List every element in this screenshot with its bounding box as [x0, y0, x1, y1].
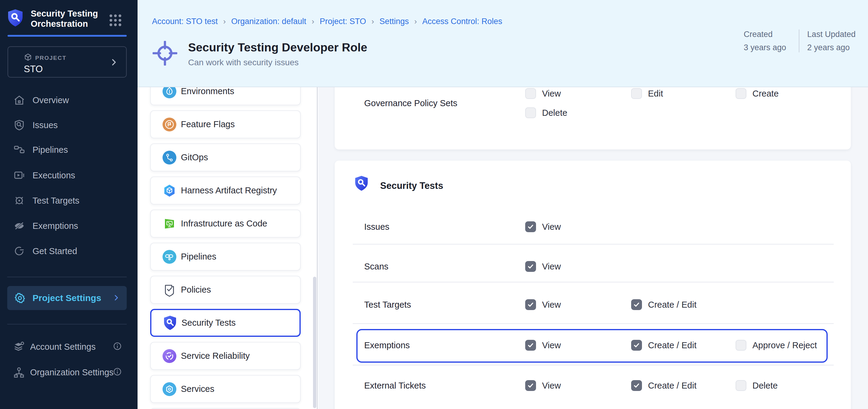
checkbox-governance-create[interactable]	[736, 88, 746, 99]
resource-list: Environments Feature Flags GitOps	[137, 87, 317, 409]
permission-row-label: Test Targets	[364, 300, 411, 310]
resource-label: Feature Flags	[181, 120, 235, 129]
sidebar-item-exemptions[interactable]: Exemptions	[0, 216, 137, 236]
breadcrumb-link[interactable]: Project: STO	[320, 17, 366, 26]
security-tests-card-header: Security Tests	[335, 174, 851, 198]
checkbox-label: View	[542, 300, 561, 310]
sidebar-item-issues[interactable]: Issues	[0, 115, 137, 135]
sidebar-item-test-targets[interactable]: Test Targets	[0, 191, 137, 210]
resource-card-services[interactable]: Services	[150, 375, 301, 403]
resource-card-feature-flags[interactable]: Feature Flags	[150, 110, 301, 138]
permission-row-external-tickets: External Tickets View Create / Edit	[335, 374, 851, 398]
resource-card-security-tests[interactable]: Security Tests	[150, 309, 301, 337]
resource-label: GitOps	[181, 152, 208, 162]
executions-icon	[13, 169, 25, 181]
sidebar-divider	[7, 277, 127, 277]
breadcrumb-separator: ›	[414, 17, 417, 26]
resource-card-infrastructure-as-code[interactable]: Infrastructure as Code	[150, 210, 301, 238]
checkbox-governance-view[interactable]	[525, 88, 536, 99]
sidebar-item-label: Project Settings	[32, 293, 101, 303]
services-icon	[162, 382, 177, 396]
info-icon[interactable]	[113, 342, 122, 351]
eye-off-icon	[13, 220, 25, 232]
environments-icon	[162, 87, 177, 99]
breadcrumb: Account: STO test › Organization: defaul…	[152, 17, 502, 26]
breadcrumb-separator: ›	[223, 17, 226, 26]
resource-card-environments[interactable]: Environments	[150, 87, 301, 105]
checkbox-governance-delete[interactable]	[525, 107, 536, 118]
project-selector[interactable]: PROJECT STO	[7, 46, 127, 77]
row-divider	[353, 282, 834, 282]
checkbox-label: View	[542, 89, 561, 99]
sidebar-item-project-settings[interactable]: Project Settings	[7, 286, 127, 310]
breadcrumb-link[interactable]: Account: STO test	[152, 17, 218, 26]
sidebar-item-label: Organization Settings	[30, 368, 114, 377]
chevron-right-icon	[112, 293, 120, 302]
sidebar-item-organization-settings[interactable]: Organization Settings	[0, 363, 137, 382]
checkbox-external-tickets-create-edit[interactable]	[631, 380, 642, 391]
permission-row-scans: Scans View	[335, 254, 851, 278]
app-window: Security Testing Orchestration PROJECT S…	[0, 0, 868, 409]
sidebar-item-label: Pipelines	[32, 145, 68, 155]
resource-card-pipelines[interactable]: Pipelines	[150, 243, 301, 271]
resource-label: Service Reliability	[181, 351, 250, 361]
security-tests-card: Security Tests Issues View Scans	[335, 161, 851, 409]
breadcrumb-link[interactable]: Organization: default	[231, 17, 306, 26]
app-grid-icon[interactable]	[110, 14, 121, 26]
checkbox-external-tickets-view[interactable]	[525, 380, 536, 391]
security-tests-shield-icon	[354, 176, 368, 191]
resource-card-harness-artifact-registry[interactable]: Harness Artifact Registry	[150, 176, 301, 205]
permission-row-issues: Issues View	[335, 215, 851, 239]
artifact-registry-icon	[162, 183, 177, 198]
updated-label: Last Updated	[807, 28, 856, 41]
checkbox-label: Create / Edit	[648, 300, 696, 310]
app-logo[interactable]: Security Testing Orchestration	[7, 8, 127, 29]
exemptions-highlight-box	[356, 329, 828, 363]
sidebar-item-label: Executions	[32, 171, 75, 180]
resource-list-scrollbar[interactable]	[313, 277, 316, 408]
created-value: 3 years ago	[744, 41, 786, 54]
checkbox-label: View	[542, 262, 561, 272]
checkbox-test-targets-create-edit[interactable]	[631, 299, 642, 310]
permission-row-label: Issues	[364, 222, 390, 232]
get-started-icon	[13, 245, 25, 257]
governance-policy-sets-card: Governance Policy Sets View Edit	[335, 87, 851, 149]
sidebar-item-account-settings[interactable]: Account Settings	[0, 337, 137, 356]
resource-card-policies[interactable]: Policies	[150, 276, 301, 304]
resource-card-gitops[interactable]: GitOps	[150, 143, 301, 171]
crosshair-target-icon	[153, 41, 177, 66]
page-subtitle: Can work with security issues	[188, 58, 299, 67]
sidebar-item-overview[interactable]: Overview	[0, 91, 137, 110]
sidebar-item-executions[interactable]: Executions	[0, 166, 137, 185]
pipelines-icon	[162, 250, 177, 264]
checkbox-label: View	[542, 381, 561, 391]
project-selector-name: STO	[24, 64, 43, 75]
resource-label: Pipelines	[181, 252, 216, 262]
checkbox-external-tickets-delete[interactable]	[736, 380, 746, 391]
feature-flags-icon	[162, 117, 177, 132]
checkbox-label: Edit	[648, 89, 663, 99]
gitops-icon	[162, 150, 177, 165]
sidebar-item-get-started[interactable]: Get Started	[0, 241, 137, 261]
checkbox-governance-edit[interactable]	[631, 88, 642, 99]
breadcrumb-link[interactable]: Access Control: Roles	[422, 17, 502, 26]
checkbox-scans-view[interactable]	[525, 261, 536, 272]
breadcrumb-link[interactable]: Settings	[379, 17, 409, 26]
row-divider	[353, 365, 834, 365]
target-icon	[13, 195, 25, 207]
permission-row-test-targets: Test Targets View Create / Edit	[335, 293, 851, 317]
sidebar-divider	[7, 324, 127, 325]
service-reliability-icon	[162, 349, 177, 363]
created-label: Created	[744, 28, 786, 41]
resource-card-service-reliability[interactable]: Service Reliability	[150, 342, 301, 370]
breadcrumb-separator: ›	[371, 17, 374, 26]
sidebar-item-pipelines[interactable]: Pipelines	[0, 140, 137, 159]
updated-value: 2 years ago	[807, 41, 856, 54]
checkbox-test-targets-view[interactable]	[525, 299, 536, 310]
info-icon[interactable]	[113, 367, 122, 376]
role-meta: Created 3 years ago Last Updated 2 years…	[744, 28, 856, 54]
policies-icon	[162, 283, 177, 297]
sidebar: Security Testing Orchestration PROJECT S…	[0, 0, 137, 409]
checkbox-issues-view[interactable]	[525, 221, 536, 232]
cube-icon	[24, 53, 32, 61]
